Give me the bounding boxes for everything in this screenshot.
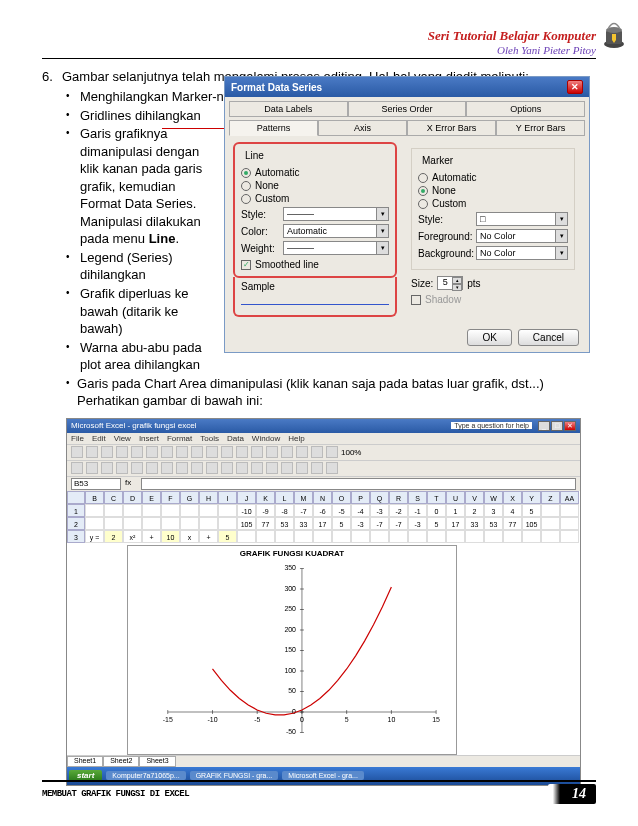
cancel-button[interactable]: Cancel xyxy=(518,329,579,346)
toolbar-icon[interactable] xyxy=(101,446,113,458)
toolbar-icon[interactable] xyxy=(101,462,113,474)
cell[interactable] xyxy=(218,504,237,517)
line-style-dropdown[interactable]: ———▾ xyxy=(283,207,389,221)
cell[interactable]: y = xyxy=(85,530,104,543)
menu-help[interactable]: Help xyxy=(288,434,304,443)
marker-custom-radio[interactable] xyxy=(418,199,428,209)
toolbar-icon[interactable] xyxy=(131,446,143,458)
cell[interactable] xyxy=(256,530,275,543)
cell[interactable] xyxy=(85,517,104,530)
cell[interactable] xyxy=(180,517,199,530)
col-header[interactable]: U xyxy=(446,491,465,504)
cell[interactable]: 17 xyxy=(446,517,465,530)
cell[interactable] xyxy=(237,530,256,543)
marker-fg-dropdown[interactable]: No Color▾ xyxy=(476,229,568,243)
shadow-checkbox[interactable]: . xyxy=(411,295,421,305)
cell[interactable] xyxy=(104,517,123,530)
toolbar-icon[interactable] xyxy=(71,462,83,474)
col-header[interactable]: J xyxy=(237,491,256,504)
line-automatic-radio[interactable] xyxy=(241,168,251,178)
col-header[interactable]: Q xyxy=(370,491,389,504)
toolbar-icon[interactable] xyxy=(221,462,233,474)
close-icon[interactable]: ✕ xyxy=(567,80,583,94)
toolbar-icon[interactable] xyxy=(176,462,188,474)
tab-x-error-bars[interactable]: X Error Bars xyxy=(407,120,496,136)
cell[interactable] xyxy=(142,504,161,517)
cell[interactable] xyxy=(123,517,142,530)
cell[interactable] xyxy=(465,530,484,543)
toolbar-icon[interactable] xyxy=(191,462,203,474)
tab-patterns[interactable]: Patterns xyxy=(229,120,318,136)
cell[interactable] xyxy=(408,530,427,543)
line-custom-radio[interactable] xyxy=(241,194,251,204)
taskbar-item[interactable]: Microsoft Excel - gra... xyxy=(282,771,364,780)
toolbar-icon[interactable] xyxy=(86,462,98,474)
col-header[interactable]: X xyxy=(503,491,522,504)
ok-button[interactable]: OK xyxy=(467,329,511,346)
cell[interactable] xyxy=(370,530,389,543)
toolbar-icon[interactable] xyxy=(266,446,278,458)
col-header[interactable]: R xyxy=(389,491,408,504)
cell[interactable]: 5 xyxy=(218,530,237,543)
cell[interactable]: 5 xyxy=(332,517,351,530)
col-header[interactable]: K xyxy=(256,491,275,504)
col-header[interactable]: O xyxy=(332,491,351,504)
row-header[interactable]: 2 xyxy=(67,517,85,530)
cell[interactable]: 77 xyxy=(256,517,275,530)
cell[interactable] xyxy=(294,530,313,543)
cell[interactable]: 53 xyxy=(275,517,294,530)
line-color-dropdown[interactable]: Automatic▾ xyxy=(283,224,389,238)
toolbar-icon[interactable] xyxy=(161,446,173,458)
cell[interactable] xyxy=(560,517,579,530)
cell[interactable] xyxy=(503,530,522,543)
cell[interactable] xyxy=(85,504,104,517)
cell[interactable]: 3 xyxy=(484,504,503,517)
tab-options[interactable]: Options xyxy=(466,101,585,117)
cell[interactable] xyxy=(560,530,579,543)
col-header[interactable]: D xyxy=(123,491,142,504)
cell[interactable] xyxy=(161,504,180,517)
toolbar-icon[interactable] xyxy=(146,446,158,458)
col-header[interactable]: H xyxy=(199,491,218,504)
col-header[interactable]: G xyxy=(180,491,199,504)
zoom-level[interactable]: 100% xyxy=(341,448,361,457)
cell[interactable]: 4 xyxy=(503,504,522,517)
cell[interactable] xyxy=(313,530,332,543)
toolbar-icon[interactable] xyxy=(131,462,143,474)
cell[interactable]: 77 xyxy=(503,517,522,530)
cell[interactable] xyxy=(541,504,560,517)
marker-automatic-radio[interactable] xyxy=(418,173,428,183)
cell[interactable]: 1 xyxy=(446,504,465,517)
row-header[interactable]: 3 xyxy=(67,530,85,543)
minimize-icon[interactable]: _ xyxy=(538,421,550,431)
col-header[interactable]: Z xyxy=(541,491,560,504)
toolbar-icon[interactable] xyxy=(281,446,293,458)
marker-style-dropdown[interactable]: □▾ xyxy=(476,212,568,226)
menu-tools[interactable]: Tools xyxy=(200,434,219,443)
toolbar-icon[interactable] xyxy=(311,462,323,474)
toolbar-icon[interactable] xyxy=(296,462,308,474)
toolbar-icon[interactable] xyxy=(206,462,218,474)
cell[interactable]: x² xyxy=(123,530,142,543)
toolbar-icon[interactable] xyxy=(71,446,83,458)
toolbar-icon[interactable] xyxy=(251,446,263,458)
cell[interactable]: -3 xyxy=(408,517,427,530)
cell[interactable]: 53 xyxy=(484,517,503,530)
toolbar-icon[interactable] xyxy=(146,462,158,474)
toolbar-icon[interactable] xyxy=(86,446,98,458)
toolbar-icon[interactable] xyxy=(326,446,338,458)
cell[interactable] xyxy=(142,517,161,530)
tab-data-labels[interactable]: Data Labels xyxy=(229,101,348,117)
toolbar-icon[interactable] xyxy=(266,462,278,474)
cell[interactable] xyxy=(541,517,560,530)
cell[interactable]: + xyxy=(142,530,161,543)
col-header[interactable]: AA xyxy=(560,491,579,504)
cell[interactable]: 5 xyxy=(522,504,541,517)
cell[interactable]: -3 xyxy=(370,504,389,517)
formula-input[interactable] xyxy=(141,478,576,490)
menu-window[interactable]: Window xyxy=(252,434,280,443)
menu-file[interactable]: File xyxy=(71,434,84,443)
maximize-icon[interactable]: □ xyxy=(551,421,563,431)
cell[interactable]: -5 xyxy=(332,504,351,517)
cell[interactable] xyxy=(275,530,294,543)
